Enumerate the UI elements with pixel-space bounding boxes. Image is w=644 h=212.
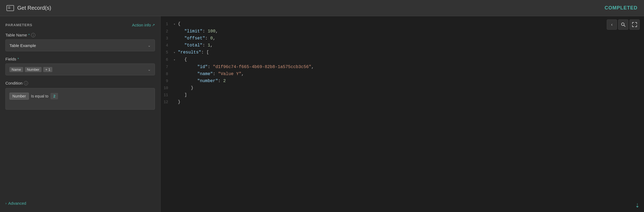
condition-row: Number Is equal to 2 xyxy=(9,93,151,100)
main-content: PARAMETERS Action info ↗ Table Name * i … xyxy=(0,16,644,212)
json-line-7: 7 "id": "d1f96c74-f665-4b69-82b8-1a575cc… xyxy=(161,63,644,70)
condition-value: 2 xyxy=(50,93,58,99)
condition-box: Number Is equal to 2 xyxy=(5,88,155,110)
table-name-info-icon[interactable]: i xyxy=(31,33,35,37)
expand-icon xyxy=(632,22,637,27)
params-header: PARAMETERS Action info ↗ xyxy=(5,23,155,27)
page-title: Get Record(s) xyxy=(17,5,51,11)
json-line-12: 12 } xyxy=(161,99,644,106)
json-line-2: 2 "limit": 100, xyxy=(161,28,644,35)
table-name-group: Table Name * i Table Example ⌄ xyxy=(5,33,155,51)
action-info-text: Action info xyxy=(132,23,151,27)
json-line-9: 9 "number": 2 xyxy=(161,78,644,85)
json-line-8: 8 "name": "Value Y", xyxy=(161,70,644,78)
advanced-chevron-icon: › xyxy=(5,201,6,205)
scroll-to-bottom-icon[interactable]: ⇣ xyxy=(635,202,640,209)
json-line-11: 11 ] xyxy=(161,92,644,99)
json-back-button[interactable]: ‹ xyxy=(607,19,617,30)
field-tag-number: Number xyxy=(25,67,42,72)
fields-chevron-down-icon: ⌄ xyxy=(148,67,151,72)
status-badge: COMPLETED xyxy=(605,5,638,11)
field-tag-plus: + 1 xyxy=(43,67,52,72)
header-left: Get Record(s) xyxy=(6,5,51,11)
advanced-label: Advanced xyxy=(8,201,26,206)
fields-required-star: * xyxy=(18,57,19,61)
required-star: * xyxy=(28,33,30,37)
condition-operator: Is equal to xyxy=(31,94,49,98)
fields-tags: Name Number + 1 xyxy=(9,67,52,72)
search-icon xyxy=(621,22,626,27)
header: Get Record(s) COMPLETED xyxy=(0,0,644,16)
json-line-3: 3 "offset": 0, xyxy=(161,35,644,42)
condition-info-icon[interactable]: i xyxy=(24,81,28,85)
condition-label: Condition i xyxy=(5,81,155,85)
condition-field[interactable]: Number xyxy=(9,93,29,100)
advanced-toggle[interactable]: › Advanced xyxy=(5,201,155,206)
left-panel: PARAMETERS Action info ↗ Table Name * i … xyxy=(0,16,161,212)
get-records-icon xyxy=(6,5,14,11)
fields-label: Fields * xyxy=(5,57,155,61)
json-toolbar: ‹ xyxy=(607,19,640,30)
json-line-5: 5 ▾ "results": [ xyxy=(161,49,644,56)
json-expand-button[interactable] xyxy=(629,19,640,30)
svg-line-1 xyxy=(624,25,625,27)
action-info-link[interactable]: Action info ↗ xyxy=(132,23,155,27)
table-name-value: Table Example xyxy=(9,43,36,48)
field-tag-name: Name xyxy=(9,67,23,72)
external-link-icon: ↗ xyxy=(152,23,155,27)
json-content: 1 ▾ { 2 "limit": 100, 3 "offset": 0, xyxy=(161,16,644,212)
fields-select[interactable]: Name Number + 1 ⌄ xyxy=(5,63,155,75)
json-line-4: 4 "total": 1, xyxy=(161,42,644,49)
table-name-label: Table Name * i xyxy=(5,33,155,37)
json-line-10: 10 } xyxy=(161,85,644,92)
chevron-down-icon: ⌄ xyxy=(148,43,151,48)
table-name-select[interactable]: Table Example ⌄ xyxy=(5,39,155,51)
fields-group: Fields * Name Number + 1 ⌄ xyxy=(5,57,155,75)
right-panel: ‹ 1 ▾ { xyxy=(161,16,644,212)
params-label: PARAMETERS xyxy=(5,23,32,27)
json-line-1: 1 ▾ { xyxy=(161,21,644,28)
condition-section: Condition i Number Is equal to 2 xyxy=(5,81,155,110)
advanced-section: › Advanced xyxy=(5,198,155,206)
json-search-button[interactable] xyxy=(618,19,628,30)
json-line-6: 6 ▾ { xyxy=(161,56,644,63)
